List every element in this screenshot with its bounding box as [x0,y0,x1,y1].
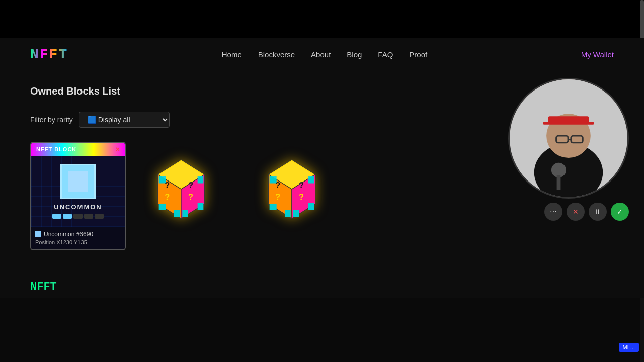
bar-dot-1 [52,214,61,219]
footer-logo: NFFT [30,281,614,293]
top-bar [0,0,644,38]
nft-preview [60,164,96,199]
card-rarity-bar [52,214,104,219]
card-rarity-label: UNCOMMON [54,203,102,211]
svg-text:?: ? [165,180,170,190]
svg-rect-4 [159,204,166,210]
svg-text:?: ? [299,192,304,201]
nft-preview-inner [68,171,88,192]
nav-faq[interactable]: FAQ [378,50,393,59]
footer-area: NFFT [30,281,614,298]
svg-text:?: ? [275,192,280,201]
svg-rect-5 [174,210,180,217]
ml-badge: ML... [619,343,639,352]
nav-links: Home Blockverse About Blog FAQ Proof [222,50,427,59]
nft-card-popup: NFFT BLOCK × UNCOMMON [30,142,126,250]
svg-text:?: ? [165,192,170,201]
person-silhouette [510,78,627,199]
webcam-close-button[interactable]: ✕ [567,203,585,221]
bar-dot-4 [84,214,93,219]
svg-rect-22 [293,210,299,217]
webcam-confirm-button[interactable]: ✓ [611,203,629,221]
nav-about[interactable]: About [311,50,331,59]
webcam-controls: ⋯ ✕ ⏸ ✓ [544,203,629,221]
svg-rect-21 [308,203,314,210]
bar-dot-3 [73,214,83,219]
main-container: NFFT Home Blockverse About Blog FAQ Proo… [0,38,644,298]
svg-rect-32 [543,122,594,125]
webcam-feed [510,79,627,197]
nav-home[interactable]: Home [222,50,242,59]
webcam-more-button[interactable]: ⋯ [544,203,562,221]
filter-label: Filter by rarity [30,116,73,124]
filter-left: Filter by rarity 🟦 Display all Common Un… [30,112,170,128]
bar-dot-2 [63,214,72,219]
lucky-box-2-svg: ? ? ? ? [146,152,216,232]
svg-rect-8 [182,210,188,217]
nav-blog[interactable]: Blog [347,50,362,59]
svg-text:?: ? [188,192,193,201]
card-body: UNCOMMON [31,156,125,227]
site-logo[interactable]: NFFT [30,47,68,62]
svg-rect-31 [548,116,589,122]
card-nft-title: Uncommon #6690 [35,231,121,238]
card-header: NFFT BLOCK × [31,143,125,156]
card-info: Uncommon #6690 Position X1230:Y135 [31,227,125,249]
rarity-filter-select[interactable]: 🟦 Display all Common Uncommon Rare Epic … [79,112,170,128]
wallet-link[interactable]: My Wallet [581,50,614,59]
nav-blockverse[interactable]: Blockverse [258,50,295,59]
svg-rect-7 [198,203,204,210]
lucky-box-3[interactable]: ? ? ? ? [252,142,332,242]
svg-rect-37 [557,175,561,190]
webcam-pause-button[interactable]: ⏸ [589,203,607,221]
rarity-dot-icon [35,231,41,237]
card-position: Position X1230:Y135 [35,239,121,245]
lucky-box-2[interactable]: ? ? ? ? [141,142,221,242]
svg-rect-18 [270,204,277,210]
webcam-container [508,78,629,199]
navbar: NFFT Home Blockverse About Blog FAQ Proo… [30,38,614,71]
lucky-box-3-svg: ? ? ? ? [257,152,327,232]
svg-text:?: ? [275,180,280,190]
nav-proof[interactable]: Proof [409,50,427,59]
svg-rect-19 [285,210,291,217]
card-header-title: NFFT BLOCK [36,146,76,152]
bar-dot-5 [95,214,104,219]
card-close-button[interactable]: × [116,145,120,153]
